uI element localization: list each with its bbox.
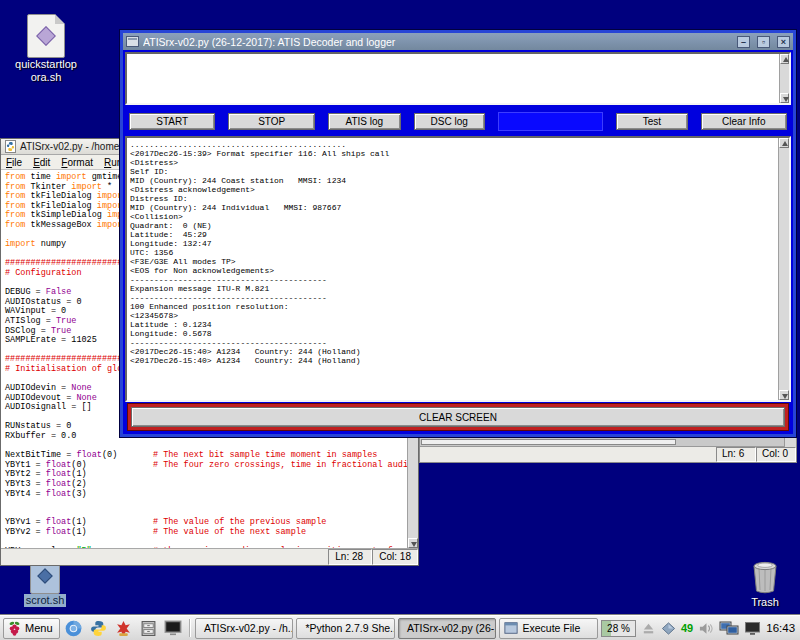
desktop-icon-quickstart[interactable]: quickstartlop ora.sh	[8, 14, 84, 84]
task-label: ATISrx-v02.py (26-...	[407, 622, 497, 634]
clear-info-button[interactable]: Clear Info	[701, 113, 787, 130]
launcher-python[interactable]	[87, 618, 109, 639]
editor-title: ATISrx-v02.py - /home	[20, 141, 119, 152]
decoder-log-area[interactable]: ........................................…	[125, 136, 791, 402]
task-label: ATISrx-v02.py - /h...	[204, 622, 294, 634]
scroll-down-arrow-icon[interactable]	[780, 93, 789, 103]
shell-line-indicator: Ln: 6	[716, 447, 756, 462]
editor-statusbar: Ln: 28 Col: 18	[1, 548, 418, 565]
menu-edit[interactable]: Edit	[33, 157, 50, 168]
shell-col-indicator: Col: 0	[756, 447, 796, 462]
window-icon	[126, 36, 139, 47]
decoder-titlebar[interactable]: ATISrx-v02.py (26-12-2017): ATIS Decoder…	[123, 33, 793, 50]
tk-window-icon	[504, 621, 518, 635]
clock: 16:43	[766, 622, 795, 634]
temperature-indicator: 49	[681, 622, 693, 634]
menu-button[interactable]: Menu	[3, 618, 60, 639]
decoder-bottom-strip: CLEAR SCREEN	[123, 400, 793, 434]
maximize-button[interactable]: ▫	[757, 36, 770, 48]
wolfram-icon	[115, 620, 132, 637]
trash-can-icon	[750, 560, 780, 596]
volume-speaker-icon[interactable]	[698, 621, 714, 636]
test-button[interactable]: Test	[616, 113, 687, 130]
task-python-shell[interactable]: *Python 2.7.9 She...	[296, 618, 395, 639]
terminal-icon	[164, 620, 182, 636]
scroll-down-arrow-icon[interactable]	[779, 390, 789, 400]
launcher-file-manager[interactable]	[137, 618, 159, 639]
task-execute-file[interactable]: Execute File	[499, 618, 598, 639]
desktop-icon-label: scrot.sh	[16, 594, 74, 607]
decoder-title: ATISrx-v02.py (26-12-2017): ATIS Decoder…	[143, 36, 730, 48]
minimize-button[interactable]: –	[737, 36, 750, 48]
scroll-down-arrow-icon[interactable]	[408, 538, 418, 548]
signal-indicator	[498, 112, 604, 131]
menu-label: Menu	[25, 622, 53, 634]
desktop-icon-trash[interactable]: Trash	[738, 560, 792, 609]
file-manager-icon	[140, 620, 157, 637]
task-editor-window[interactable]: ATISrx-v02.py - /h...	[195, 618, 294, 639]
python-file-icon	[5, 140, 16, 153]
scroll-up-arrow-icon[interactable]	[780, 54, 789, 64]
close-button[interactable]: ×	[777, 36, 790, 48]
eject-icon[interactable]	[641, 621, 656, 636]
chromium-browser-icon	[65, 620, 82, 637]
system-tray: 28 % 49 16:43	[601, 620, 797, 637]
display-icon[interactable]	[744, 621, 761, 636]
diamond-indicator-icon[interactable]	[661, 621, 676, 636]
editor-line-indicator: Ln: 28	[328, 549, 372, 565]
launcher-terminal[interactable]	[162, 618, 184, 639]
clear-screen-button[interactable]: CLEAR SCREEN	[131, 407, 785, 427]
menu-file[interactable]: File	[6, 157, 22, 168]
taskbar: Menu ATISrx-v02.p	[0, 615, 800, 640]
decoder-log-text: ........................................…	[127, 138, 789, 365]
task-label: Execute File	[522, 622, 580, 634]
stop-button[interactable]: STOP	[228, 113, 314, 130]
scrollbar-thumb[interactable]	[421, 439, 676, 445]
scrollbar-corner	[784, 438, 796, 447]
shell-horizontal-scrollbar[interactable]	[420, 438, 784, 447]
shell-window-fragment: Ln: 6 Col: 0	[419, 437, 797, 463]
dsc-log-button[interactable]: DSC log	[414, 113, 485, 130]
desktop-icon-label: Trash	[738, 596, 792, 609]
log-vertical-scrollbar[interactable]	[778, 138, 789, 400]
file-gem-emblem	[37, 568, 53, 584]
raspberry-pi-icon	[7, 620, 22, 637]
task-label: *Python 2.7.9 She...	[305, 622, 395, 634]
clear-screen-highlight-ring: CLEAR SCREEN	[128, 404, 788, 430]
file-gem-emblem	[36, 26, 56, 46]
scroll-up-arrow-icon[interactable]	[779, 138, 789, 148]
decoder-info-box	[125, 52, 791, 105]
network-monitors-icon[interactable]	[719, 620, 739, 636]
decoder-window: ATISrx-v02.py (26-12-2017): ATIS Decoder…	[120, 30, 796, 437]
info-vertical-scrollbar[interactable]	[779, 54, 789, 103]
atis-log-button[interactable]: ATIS log	[328, 113, 401, 130]
editor-col-indicator: Col: 18	[372, 549, 418, 565]
launcher-browser[interactable]	[63, 618, 85, 639]
shell-statusbar: Ln: 6 Col: 0	[420, 447, 796, 462]
task-decoder-window[interactable]: ATISrx-v02.py (26-...	[398, 618, 497, 639]
shell-script-file-icon	[27, 14, 65, 58]
taskbar-separator	[189, 619, 190, 637]
launcher-wolfram[interactable]	[112, 618, 134, 639]
decoder-toolbar: START STOP ATIS log DSC log Test Clear I…	[123, 107, 793, 136]
desktop-icon-label: quickstartlop ora.sh	[8, 58, 84, 84]
python-icon	[90, 620, 107, 637]
menu-format[interactable]: Format	[61, 157, 93, 168]
cpu-usage-monitor[interactable]: 28 %	[601, 620, 636, 637]
page-fold	[55, 14, 65, 24]
start-button[interactable]: START	[129, 113, 215, 130]
